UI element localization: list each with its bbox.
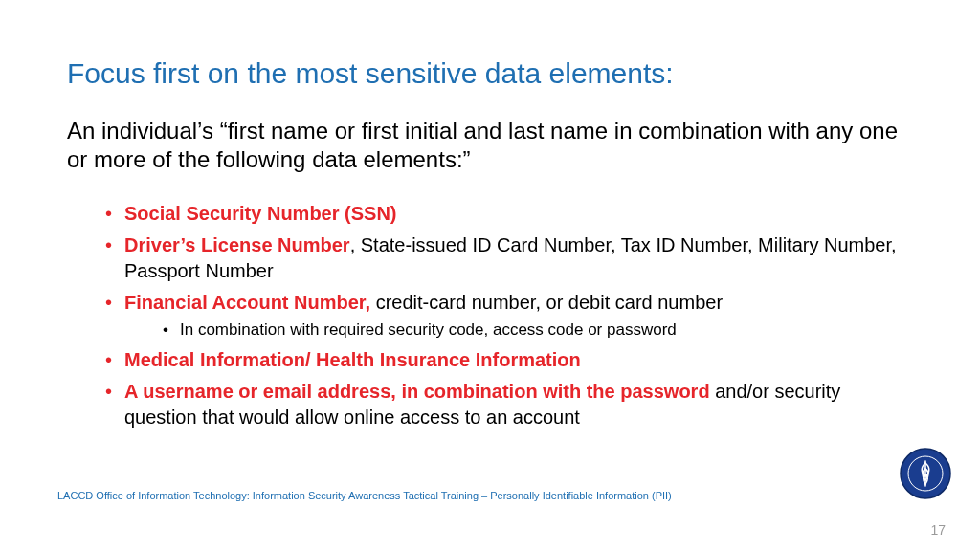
- list-item: A username or email address, in combinat…: [105, 379, 913, 430]
- list-item: Financial Account Number, credit-card nu…: [105, 290, 913, 342]
- list-item: Driver’s License Number, State-issued ID…: [105, 232, 913, 284]
- bullet-bold: Social Security Number (SSN): [124, 203, 397, 224]
- bullet-list: Social Security Number (SSN) Driver’s Li…: [67, 201, 913, 430]
- sub-list-item: In combination with required security co…: [163, 320, 913, 342]
- slide-body: Focus first on the most sensitive data e…: [0, 0, 980, 551]
- bullet-bold: Medical Information/ Health Insurance In…: [124, 349, 581, 370]
- bullet-bold: Driver’s License Number: [124, 234, 350, 255]
- sub-list: In combination with required security co…: [124, 320, 913, 342]
- footer-text: LACCD Office of Information Technology: …: [57, 490, 672, 501]
- list-item: Medical Information/ Health Insurance In…: [105, 347, 913, 373]
- intro-paragraph: An individual’s “first name or first ini…: [67, 117, 913, 174]
- bullet-bold: A username or email address, in combinat…: [124, 381, 715, 402]
- bullet-bold: Financial Account Number,: [124, 292, 370, 313]
- list-item: Social Security Number (SSN): [105, 201, 913, 227]
- page-number: 17: [930, 522, 946, 538]
- slide-title: Focus first on the most sensitive data e…: [67, 57, 913, 90]
- laccd-seal-icon: [900, 448, 951, 499]
- bullet-rest: credit-card number, or debit card number: [370, 292, 723, 313]
